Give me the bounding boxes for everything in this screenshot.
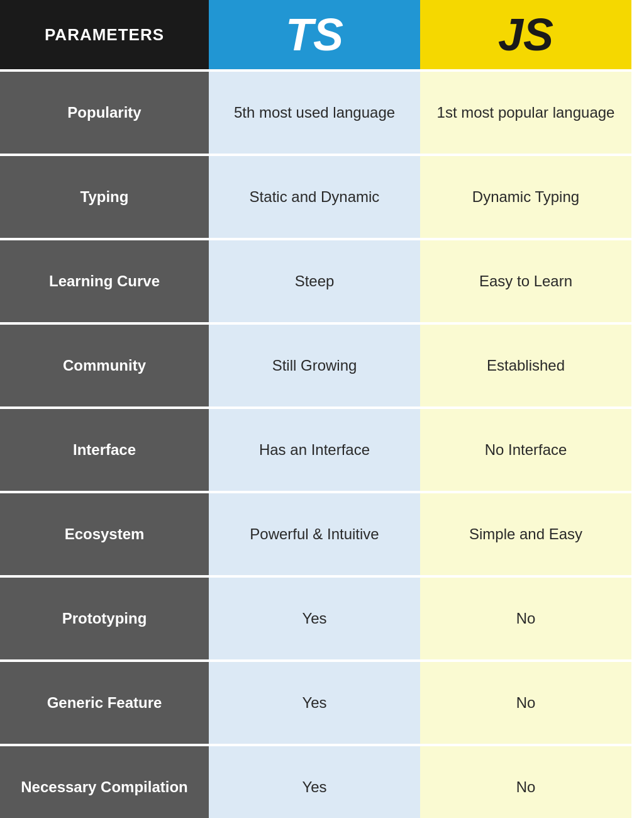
comparison-table: PARAMETERS TS JS Popularity 5th most use… [0, 0, 644, 818]
row-label-community: Community [0, 325, 209, 406]
table-row-popularity: Popularity 5th most used language 1st mo… [0, 69, 644, 154]
row-js-value-popularity: 1st most popular language [437, 102, 615, 123]
row-ts-interface: Has an Interface [209, 409, 420, 491]
row-ts-generic-feature: Yes [209, 662, 420, 744]
row-label-text-community: Community [63, 356, 146, 375]
header-ts-cell: TS [209, 0, 420, 69]
table-row-community: Community Still Growing Established [0, 322, 644, 406]
row-ts-value-popularity: 5th most used language [234, 102, 395, 123]
table-row-ecosystem: Ecosystem Powerful & Intuitive Simple an… [0, 491, 644, 575]
row-label-text-generic-feature: Generic Feature [47, 693, 162, 712]
row-js-value-interface: No Interface [485, 439, 567, 461]
row-label-prototyping: Prototyping [0, 578, 209, 659]
ts-heading: TS [286, 9, 343, 60]
row-label-text-prototyping: Prototyping [62, 608, 147, 628]
row-js-generic-feature: No [420, 662, 631, 744]
row-js-prototyping: No [420, 578, 631, 659]
row-ts-prototyping: Yes [209, 578, 420, 659]
table-row-interface: Interface Has an Interface No Interface [0, 406, 644, 491]
row-js-community: Established [420, 325, 631, 406]
row-label-text-necessary-compilation: Necessary Compilation [21, 777, 187, 797]
row-ts-learning-curve: Steep [209, 240, 420, 322]
row-ts-value-community: Still Growing [272, 355, 357, 376]
header-params-cell: PARAMETERS [0, 0, 209, 69]
row-ts-value-prototyping: Yes [302, 608, 326, 629]
js-heading: JS [498, 9, 553, 60]
table-row-typing: Typing Static and Dynamic Dynamic Typing [0, 154, 644, 238]
row-ts-community: Still Growing [209, 325, 420, 406]
row-js-value-community: Established [487, 355, 565, 376]
header-js-cell: JS [420, 0, 631, 69]
row-js-value-necessary-compilation: No [516, 776, 536, 798]
row-js-value-typing: Dynamic Typing [472, 186, 579, 208]
table-row-learning-curve: Learning Curve Steep Easy to Learn [0, 238, 644, 322]
row-js-typing: Dynamic Typing [420, 156, 631, 238]
row-ts-value-generic-feature: Yes [302, 692, 326, 714]
table-header: PARAMETERS TS JS [0, 0, 644, 69]
row-label-popularity: Popularity [0, 72, 209, 154]
row-js-popularity: 1st most popular language [420, 72, 631, 154]
row-label-necessary-compilation: Necessary Compilation [0, 746, 209, 818]
row-js-learning-curve: Easy to Learn [420, 240, 631, 322]
row-label-typing: Typing [0, 156, 209, 238]
row-ts-typing: Static and Dynamic [209, 156, 420, 238]
params-heading: PARAMETERS [45, 25, 164, 45]
row-label-learning-curve: Learning Curve [0, 240, 209, 322]
row-ts-popularity: 5th most used language [209, 72, 420, 154]
row-label-text-typing: Typing [80, 187, 129, 206]
row-label-text-popularity: Popularity [67, 103, 141, 122]
row-label-interface: Interface [0, 409, 209, 491]
row-ts-ecosystem: Powerful & Intuitive [209, 493, 420, 575]
table-row-generic-feature: Generic Feature Yes No [0, 659, 644, 744]
row-js-interface: No Interface [420, 409, 631, 491]
row-label-ecosystem: Ecosystem [0, 493, 209, 575]
row-ts-necessary-compilation: Yes [209, 746, 420, 818]
row-js-ecosystem: Simple and Easy [420, 493, 631, 575]
table-row-necessary-compilation: Necessary Compilation Yes No [0, 744, 644, 818]
row-label-text-interface: Interface [73, 440, 136, 459]
row-label-text-ecosystem: Ecosystem [65, 524, 145, 544]
row-ts-value-interface: Has an Interface [259, 439, 370, 461]
row-ts-value-typing: Static and Dynamic [250, 186, 380, 208]
table-row-prototyping: Prototyping Yes No [0, 575, 644, 659]
row-js-necessary-compilation: No [420, 746, 631, 818]
table-body: Popularity 5th most used language 1st mo… [0, 69, 644, 818]
row-js-value-generic-feature: No [516, 692, 536, 714]
row-ts-value-ecosystem: Powerful & Intuitive [250, 524, 379, 545]
row-js-value-learning-curve: Easy to Learn [479, 271, 572, 292]
row-ts-value-necessary-compilation: Yes [302, 776, 326, 798]
row-ts-value-learning-curve: Steep [295, 271, 335, 292]
row-label-text-learning-curve: Learning Curve [49, 271, 160, 291]
row-label-generic-feature: Generic Feature [0, 662, 209, 744]
row-js-value-ecosystem: Simple and Easy [469, 524, 582, 545]
row-js-value-prototyping: No [516, 608, 536, 629]
